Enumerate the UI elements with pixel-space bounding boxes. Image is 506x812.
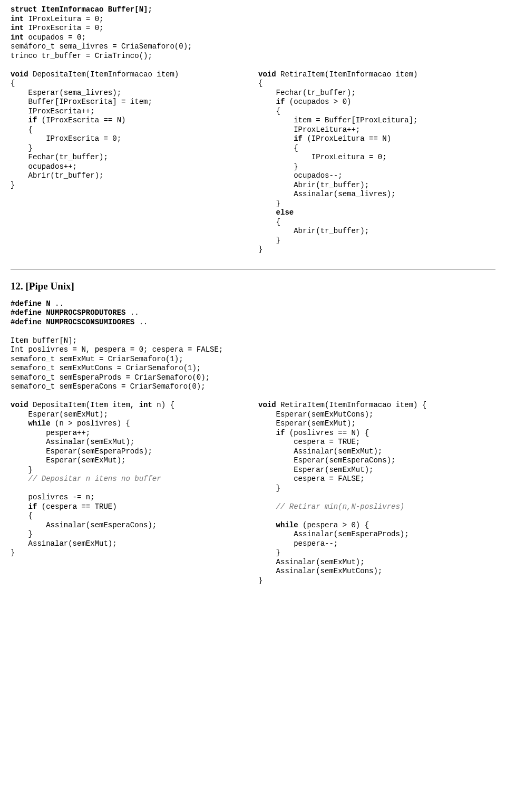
blank-line	[11, 327, 495, 336]
block2-globals: Item buffer[N];Int poslivres = N, pesper…	[11, 336, 495, 392]
code-line: if (poslivres == N) {	[258, 429, 495, 438]
code-line: Esperar(semEsperaCons);	[258, 456, 495, 466]
block2-columns: void DepositaItem(Item item, int n) { Es…	[11, 401, 495, 585]
code-line: Fechar(tr_buffer);	[11, 153, 248, 162]
code-line: IProxEscrita = 0;	[11, 134, 248, 144]
code-line: Abrir(tr_buffer);	[258, 181, 495, 190]
code-line: {	[258, 79, 495, 89]
code-line: {	[258, 144, 495, 153]
code-line: Abrir(tr_buffer);	[11, 171, 248, 181]
code-line: void RetiraItem(ItemInformacao item) {	[258, 401, 495, 410]
code-line: int IProxEscrita = 0;	[11, 24, 495, 33]
code-line: int IProxLeitura = 0;	[11, 15, 495, 24]
code-line: }	[258, 199, 495, 209]
block1-right-col: void RetiraItem(ItemInformacao item){ Fe…	[258, 70, 495, 255]
code-line: }	[258, 548, 495, 558]
code-line: }	[11, 466, 248, 475]
code-line: while (n > poslivres) {	[11, 419, 248, 429]
code-line: {	[258, 218, 495, 227]
code-line: }	[258, 162, 495, 172]
code-line	[258, 493, 495, 502]
code-line: Buffer[IProxEscrita] = item;	[11, 98, 248, 107]
code-line: {	[258, 107, 495, 117]
code-line: Esperar(semExMut);	[258, 466, 495, 475]
code-line: semaforo_t semExMutCons = CriarSemaforo(…	[11, 364, 495, 373]
code-line: {	[11, 125, 248, 135]
code-line: #define NUMPROCSCONSUMIDORES ..	[11, 318, 495, 327]
code-line: Esperar(semEsperaProds);	[11, 447, 248, 457]
code-line: item = Buffer[IProxLeitura];	[258, 116, 495, 125]
code-line: Item buffer[N];	[11, 336, 495, 346]
code-line: semaforo_t semEsperaCons = CriarSemaforo…	[11, 382, 495, 392]
blank-line	[11, 392, 495, 401]
code-line: Esperar(semExMut);	[11, 410, 248, 420]
code-line: IProxLeitura = 0;	[258, 153, 495, 162]
block2-left-col: void DepositaItem(Item item, int n) { Es…	[11, 401, 248, 558]
code-line: Int poslivres = N, pespera = 0; cespera …	[11, 345, 495, 355]
code-line: semáforo_t sema_livres = CriaSemaforo(0)…	[11, 42, 495, 52]
code-line: void DepositaItem(Item item, int n) {	[11, 401, 248, 410]
code-line: Abrir(tr_buffer);	[258, 227, 495, 236]
code-line: }	[258, 484, 495, 494]
code-line: if (IProxEscrita == N)	[11, 116, 248, 125]
code-line	[11, 484, 248, 494]
code-line: if (cespera == TRUE)	[11, 502, 248, 512]
section-title: 12. [Pipe Unix]	[11, 281, 495, 292]
code-line: Assinalar(semEsperaProds);	[258, 530, 495, 539]
section-divider	[11, 269, 495, 270]
code-line: }	[258, 245, 495, 255]
code-line: Esperar(sema_livres);	[11, 89, 248, 98]
code-line: void RetiraItem(ItemInformacao item)	[258, 70, 495, 80]
code-line: semaforo_t semExMut = CriarSemaforo(1);	[11, 355, 495, 364]
code-line	[11, 61, 495, 70]
code-line: {	[11, 511, 248, 521]
code-line: Assinalar(semExMut);	[258, 447, 495, 457]
code-line: }	[258, 236, 495, 246]
code-line: Esperar(semExMut);	[258, 419, 495, 429]
code-line: Fechar(tr_buffer);	[258, 89, 495, 98]
code-line: // Retirar min(n,N-poslivres)	[258, 502, 495, 512]
code-line: cespera = FALSE;	[258, 475, 495, 484]
code-line: #define N ..	[11, 299, 495, 309]
code-line: Esperar(semExMutCons);	[258, 410, 495, 420]
code-line	[258, 511, 495, 521]
code-line: else	[258, 208, 495, 218]
code-line: struct ItemInformacao Buffer[N];	[11, 5, 495, 15]
code-line: IProxLeitura++;	[258, 125, 495, 135]
code-line: cespera = TRUE;	[258, 438, 495, 447]
code-line: poslivres -= n;	[11, 493, 248, 502]
code-line: ocupados--;	[258, 171, 495, 181]
code-line: }	[258, 576, 495, 586]
code-line: void DepositaItem(ItemInformacao item)	[11, 70, 248, 80]
code-line: Assinalar(semExMut);	[258, 558, 495, 567]
code-line: Esperar(semExMut);	[11, 456, 248, 466]
block2-right-col: void RetiraItem(ItemInformacao item) { E…	[258, 401, 495, 585]
code-line: }	[11, 530, 248, 539]
block1-columns: void DepositaItem(ItemInformacao item){ …	[11, 70, 495, 255]
code-line: IProxEscrita++;	[11, 107, 248, 117]
block1-globals: struct ItemInformacao Buffer[N];int IPro…	[11, 5, 495, 70]
code-line: ocupados++;	[11, 162, 248, 172]
code-line: if (IProxLeitura == N)	[258, 134, 495, 144]
code-line: #define NUMPROCSPRODUTORES ..	[11, 308, 495, 318]
code-line: if (ocupados > 0)	[258, 98, 495, 107]
code-line: }	[11, 144, 248, 153]
code-line: pespera--;	[258, 539, 495, 549]
code-line: {	[11, 79, 248, 89]
code-line: trinco tr_buffer = CriaTrinco();	[11, 52, 495, 61]
block1-left-col: void DepositaItem(ItemInformacao item){ …	[11, 70, 248, 190]
code-line: // Depositar n itens no buffer	[11, 475, 248, 484]
code-line: }	[11, 181, 248, 190]
code-line: while (pespera > 0) {	[258, 521, 495, 530]
code-line: semaforo_t semEsperaProds = CriarSemafor…	[11, 373, 495, 383]
code-line: Assinalar(semEsperaCons);	[11, 521, 248, 530]
code-line: Assinalar(semExMut);	[11, 438, 248, 447]
code-line: Assinalar(semExMutCons);	[258, 567, 495, 576]
code-line: pespera++;	[11, 429, 248, 438]
code-line: Assinalar(semExMut);	[11, 539, 248, 549]
block2-defines: #define N ..#define NUMPROCSPRODUTORES .…	[11, 299, 495, 327]
code-line: Assinalar(sema_livres);	[258, 190, 495, 199]
code-line: int ocupados = 0;	[11, 33, 495, 43]
code-line: }	[11, 548, 248, 558]
